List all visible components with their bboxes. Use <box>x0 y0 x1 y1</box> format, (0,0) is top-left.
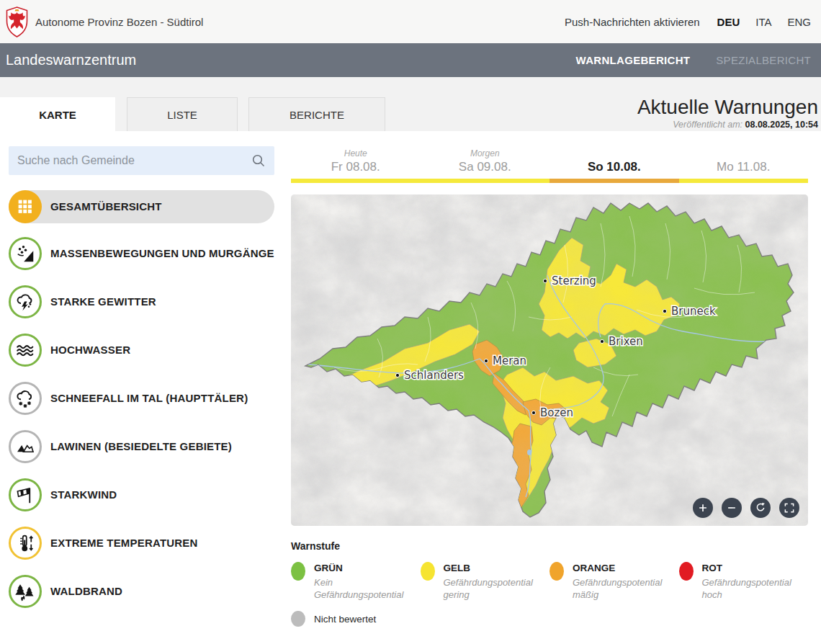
page-title: Aktuelle Warnungen <box>637 96 818 119</box>
sidebar-item-label: STARKE GEWITTER <box>50 293 156 310</box>
published-line: Veröffentlicht am: 08.08.2025, 10:54 <box>637 120 818 130</box>
legend-description: Gefährdungspotential hoch <box>702 576 797 601</box>
language-deu[interactable]: DEU <box>717 16 740 28</box>
date-tab-sa-0908[interactable]: MorgenSa 09.08. <box>421 148 550 177</box>
legend-dot-orange <box>549 562 564 581</box>
language-switcher: DEUITAENG <box>717 16 811 28</box>
warning-map[interactable]: SterzingBruneckBrixenMeranSchlandersBoze… <box>291 194 808 526</box>
reset-icon <box>754 501 767 514</box>
sidebar-item-label: STARKWIND <box>50 486 117 504</box>
municipality-search <box>9 146 274 175</box>
thermometer-icon <box>9 527 42 560</box>
nav-item-spezialbericht[interactable]: SPEZIALBERICHT <box>716 54 811 66</box>
language-eng[interactable]: ENG <box>787 16 811 28</box>
date-bar-segment <box>549 179 679 183</box>
not-rated-dot <box>291 611 305 627</box>
org-name: Autonome Provinz Bozen - Südtirol <box>35 16 203 28</box>
city-marker-sterzing: Sterzing <box>543 274 596 287</box>
zoom-out-button[interactable] <box>722 498 742 518</box>
date-bar-segment <box>291 179 421 183</box>
tab-berichte[interactable]: BERICHTE <box>248 97 385 131</box>
date-subtitle: Heute <box>291 148 421 160</box>
date-label: Sa 09.08. <box>421 160 550 177</box>
warning-legend: Warnstufe GRÜNKein GefährdungspotentialG… <box>291 540 808 627</box>
tab-band: KARTELISTEBERICHTE Aktuelle Warnungen Ve… <box>0 77 821 131</box>
tab-karte[interactable]: KARTE <box>0 97 115 131</box>
legend-description: Gefährdungspotential mäßig <box>573 576 668 601</box>
svg-text:Bozen: Bozen <box>540 406 573 419</box>
legend-item-gruen: GRÜNKein Gefährdungspotential <box>291 562 421 601</box>
legend-title: Warnstufe <box>291 540 808 552</box>
reset-view-button[interactable] <box>750 498 771 518</box>
nav-item-warnlagebericht[interactable]: WARNLAGEBERICHT <box>576 54 691 66</box>
sidebar-item-massenbewegungen-murgaenge[interactable]: MASSENBEWEGUNGEN UND MURGÄNGE <box>9 237 274 270</box>
legend-dot-gelb <box>421 562 435 581</box>
legend-name: ROT <box>702 562 797 575</box>
map-content: HeuteFr 08.08.MorgenSa 09.08.So 10.08.Mo… <box>291 131 808 644</box>
sidebar-item-schneefall-im-tal[interactable]: SCHNEEFALL IM TAL (HAUPTTÄLER) <box>9 382 274 415</box>
windsock-icon <box>9 478 42 511</box>
top-header: Autonome Provinz Bozen - Südtirol Push-N… <box>0 0 821 43</box>
legend-name: GRÜN <box>314 562 409 575</box>
city-marker-schlanders: Schlanders <box>395 369 464 382</box>
main-navbar: Landeswarnzentrum WARNLAGEBERICHTSPEZIAL… <box>0 43 821 77</box>
snowfall-icon <box>9 382 42 415</box>
sidebar-item-starkwind[interactable]: STARKWIND <box>9 478 274 511</box>
avalanche-icon <box>9 430 42 463</box>
not-rated-label: Nicht bewertet <box>314 614 376 625</box>
legend-item-nicht-bewertet: Nicht bewertet <box>291 611 808 627</box>
sidebar-item-gesamtuebersicht[interactable]: GESAMTÜBERSICHT <box>9 190 274 223</box>
tab-liste[interactable]: LISTE <box>127 97 238 131</box>
language-ita[interactable]: ITA <box>755 16 771 28</box>
date-label: Fr 08.08. <box>291 160 421 177</box>
date-tab-so-1008[interactable]: So 10.08. <box>549 148 679 177</box>
legend-description: Kein Gefährdungspotential <box>314 576 409 601</box>
legend-dot-gruen <box>291 562 305 581</box>
sidebar-item-label: LAWINEN (BESIEDELTE GEBIETE) <box>50 438 232 455</box>
date-label: So 10.08. <box>549 160 679 177</box>
legend-item-rot: ROTGefährdungspotential hoch <box>679 562 809 601</box>
fullscreen-icon <box>783 501 796 514</box>
sidebar-item-starke-gewitter[interactable]: STARKE GEWITTER <box>9 285 274 318</box>
sidebar-item-label: SCHNEEFALL IM TAL (HAUPTTÄLER) <box>50 390 248 407</box>
grid-icon <box>9 190 42 223</box>
map-controls <box>693 498 799 518</box>
sidebar-item-waldbrand[interactable]: WALDBRAND <box>9 575 274 608</box>
sidebar-item-label: GESAMTÜBERSICHT <box>50 198 162 215</box>
forest-fire-icon <box>9 575 42 608</box>
svg-text:Brixen: Brixen <box>609 335 643 348</box>
legend-dot-rot <box>679 562 694 581</box>
date-bar <box>291 179 808 183</box>
push-notifications-link[interactable]: Push-Nachrichten aktivieren <box>565 16 700 28</box>
minus-icon <box>725 501 738 514</box>
province-coat-of-arms-icon <box>6 6 28 37</box>
legend-name: ORANGE <box>573 562 668 575</box>
sidebar-item-label: HOCHWASSER <box>50 341 130 359</box>
sidebar-item-lawinen[interactable]: LAWINEN (BESIEDELTE GEBIETE) <box>9 430 274 463</box>
date-subtitle <box>679 148 809 160</box>
svg-text:Meran: Meran <box>493 354 526 367</box>
thunderstorm-icon <box>9 285 42 318</box>
date-bar-segment <box>421 179 550 183</box>
legend-item-gelb: GELBGefährdungspotential gering <box>421 562 550 601</box>
search-icon[interactable] <box>251 153 266 168</box>
sidebar-item-label: MASSENBEWEGUNGEN UND MURGÄNGE <box>50 245 274 262</box>
app-title: Landeswarnzentrum <box>6 52 136 68</box>
svg-text:Schlanders: Schlanders <box>404 369 464 382</box>
sidebar-item-label: WALDBRAND <box>50 583 122 600</box>
legend-description: Gefährdungspotential gering <box>444 576 539 601</box>
date-tab-mo-1108[interactable]: Mo 11.08. <box>679 148 809 177</box>
sidebar-item-hochwasser[interactable]: HOCHWASSER <box>9 334 274 367</box>
date-label: Mo 11.08. <box>679 160 809 177</box>
fullscreen-button[interactable] <box>779 498 799 518</box>
city-marker-bruneck: Bruneck <box>663 305 716 318</box>
date-tab-fr-0808[interactable]: HeuteFr 08.08. <box>291 148 421 177</box>
search-input[interactable] <box>17 154 251 167</box>
sidebar-item-label: EXTREME TEMPERATUREN <box>50 535 198 552</box>
date-bar-segment <box>679 179 809 183</box>
legend-item-orange: ORANGEGefährdungspotential mäßig <box>549 562 679 601</box>
date-tabs: HeuteFr 08.08.MorgenSa 09.08.So 10.08.Mo… <box>291 148 808 177</box>
map-canvas[interactable]: SterzingBruneckBrixenMeranSchlandersBoze… <box>291 194 808 526</box>
zoom-in-button[interactable] <box>693 498 713 518</box>
sidebar-item-extreme-temperaturen[interactable]: EXTREME TEMPERATUREN <box>9 527 274 560</box>
